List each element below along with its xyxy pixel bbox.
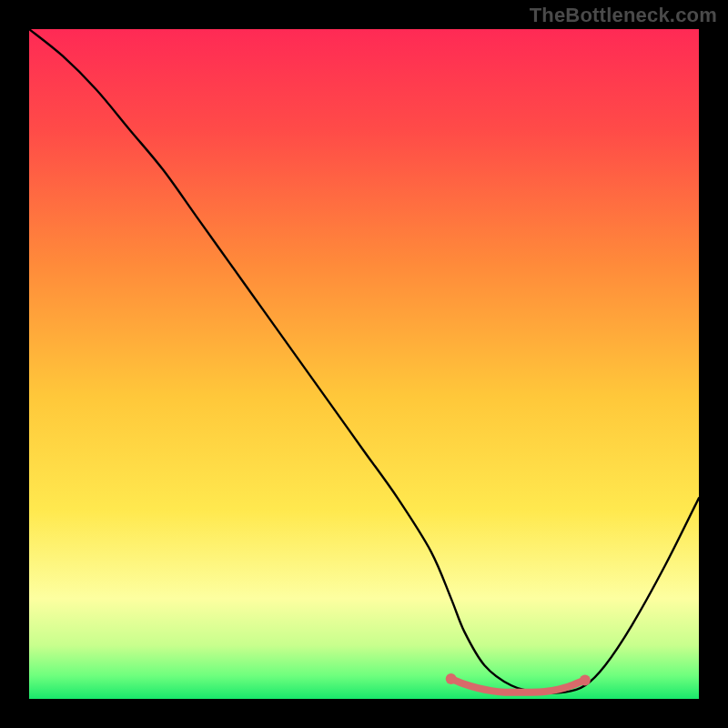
optimal-range-end-dot (580, 674, 591, 685)
watermark-text: TheBottleneck.com (530, 4, 717, 27)
chart-frame: TheBottleneck.com (0, 0, 728, 728)
optimal-range-end-dot (446, 673, 457, 684)
chart-svg (29, 29, 699, 699)
plot-area (29, 29, 699, 699)
